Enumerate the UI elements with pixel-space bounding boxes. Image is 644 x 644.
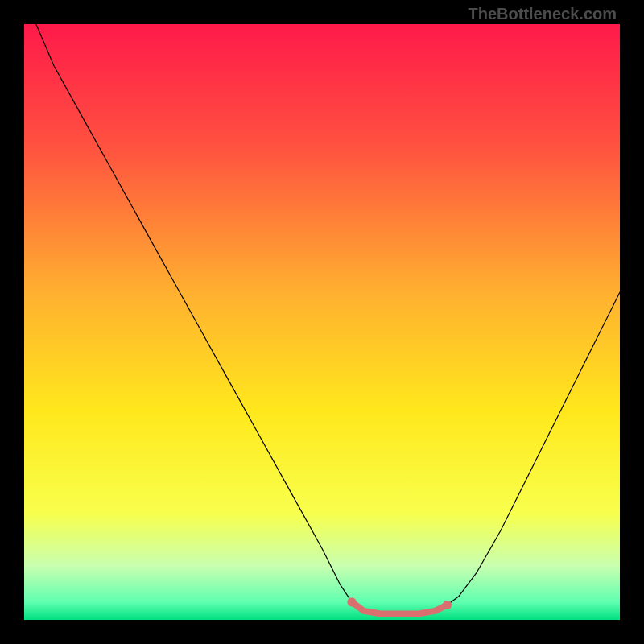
watermark-text: TheBottleneck.com [469, 5, 617, 23]
chart-container: TheBottleneck.com [0, 0, 644, 644]
highlight-dot [347, 597, 356, 606]
gradient-background [24, 24, 620, 620]
chart-svg [24, 24, 620, 620]
highlight-dot [443, 601, 452, 609]
plot-area [24, 24, 620, 620]
